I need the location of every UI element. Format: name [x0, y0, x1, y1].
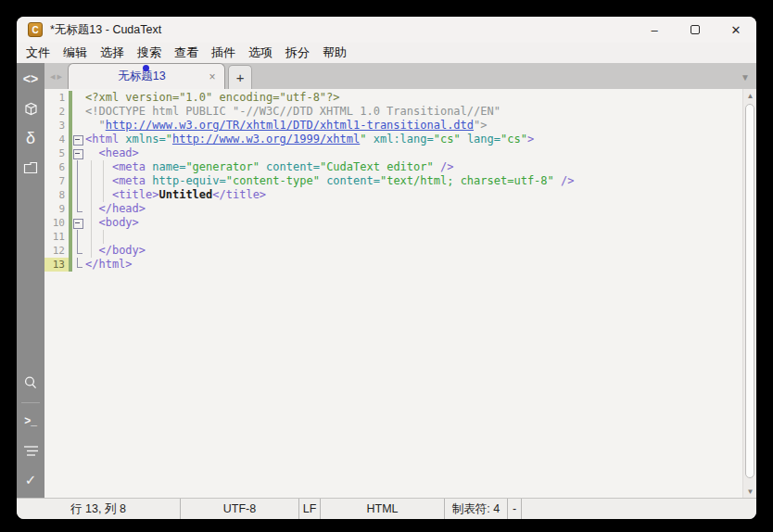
- code-text: <body>: [83, 216, 742, 230]
- minimize-button[interactable]: –: [634, 17, 675, 43]
- fold-marker: [72, 202, 83, 216]
- menu-item-7[interactable]: 拆分: [279, 43, 316, 63]
- code-text: </html>: [83, 258, 742, 272]
- scrollbar-thumb[interactable]: [745, 104, 754, 478]
- indent-guide: [103, 160, 104, 174]
- indent-guide: [91, 202, 92, 216]
- vertical-scrollbar[interactable]: ▲ ▼: [742, 89, 756, 498]
- line-number[interactable]: 12: [44, 244, 69, 258]
- folder-icon[interactable]: [17, 156, 44, 180]
- fold-toggle-icon[interactable]: [72, 216, 83, 230]
- line-number[interactable]: 4: [44, 133, 69, 146]
- menu-item-1[interactable]: 编辑: [57, 43, 94, 63]
- tab-close-icon[interactable]: ×: [206, 70, 224, 83]
- line-number[interactable]: 8: [44, 188, 69, 202]
- fold-marker: [72, 174, 83, 188]
- indent-guide: [103, 188, 104, 202]
- line-number[interactable]: 11: [44, 230, 69, 244]
- code-line[interactable]: 5 <head>: [44, 146, 742, 160]
- tab-nav-left-icon[interactable]: ◂: [50, 70, 57, 82]
- code-text: <html xmlns="http://www.w3.org/1999/xhtm…: [83, 133, 742, 146]
- code-line[interactable]: 1<?xml version="1.0" encoding="utf-8"?>: [44, 91, 742, 105]
- menu-item-3[interactable]: 搜索: [131, 43, 168, 63]
- package-icon-svg: [23, 101, 39, 117]
- line-number[interactable]: 10: [44, 216, 69, 230]
- code-text: "http://www.w3.org/TR/xhtml1/DTD/xhtml1-…: [83, 119, 742, 133]
- tab-modified-dot: [143, 65, 149, 71]
- new-tab-button[interactable]: +: [228, 65, 252, 89]
- code-line[interactable]: 2<!DOCTYPE html PUBLIC "-//W3C//DTD XHTM…: [44, 105, 742, 119]
- code-text: <!DOCTYPE html PUBLIC "-//W3C//DTD XHTML…: [83, 105, 742, 119]
- list-icon[interactable]: [17, 438, 44, 462]
- code-line[interactable]: 7 <meta http-equiv="content-type" conten…: [44, 174, 742, 188]
- code-line[interactable]: 8 <title>Untitled</title>: [44, 188, 742, 202]
- menu-bar: 文件编辑选择搜索查看插件选项拆分帮助: [17, 43, 756, 63]
- code-line[interactable]: 10 <body>: [44, 216, 742, 230]
- fold-marker: [72, 105, 83, 119]
- status-bar: 行 13, 列 8UTF-8LFHTML制表符: 4-: [17, 498, 756, 519]
- tab-bar: ◂ ▸ 无标题13 × + ▼: [44, 63, 756, 89]
- code-line[interactable]: 11: [44, 230, 742, 244]
- indent-guide: [91, 216, 92, 230]
- maximize-button[interactable]: [675, 17, 716, 43]
- status-cell-1[interactable]: UTF-8: [181, 499, 299, 519]
- line-number[interactable]: 5: [44, 146, 69, 160]
- tab-nav-arrows[interactable]: ◂ ▸: [44, 63, 68, 89]
- menu-item-0[interactable]: 文件: [19, 43, 57, 63]
- status-cell-0[interactable]: 行 13, 列 8: [17, 499, 181, 519]
- delta-icon[interactable]: δ: [17, 126, 44, 150]
- check-icon[interactable]: ✓: [17, 468, 44, 492]
- list-icon-svg: [23, 445, 39, 457]
- search-icon[interactable]: [17, 371, 44, 395]
- code-line[interactable]: 9 </head>: [44, 202, 742, 216]
- indent-guide: [103, 174, 104, 188]
- code-text: <title>Untitled</title>: [83, 188, 742, 202]
- line-number[interactable]: 7: [44, 174, 69, 188]
- tab-list-dropdown-icon[interactable]: ▼: [741, 72, 750, 82]
- status-cell-3[interactable]: HTML: [321, 499, 445, 519]
- code-line[interactable]: 13</html>: [44, 258, 742, 272]
- status-filler: [522, 499, 756, 519]
- terminal-icon[interactable]: >_: [17, 409, 44, 433]
- fold-toggle-icon[interactable]: [72, 146, 83, 160]
- code-line[interactable]: 4<html xmlns="http://www.w3.org/1999/xht…: [44, 133, 742, 146]
- scroll-up-icon[interactable]: ▲: [743, 89, 756, 102]
- title-bar[interactable]: C *无标题13 - CudaText – ✕: [17, 17, 756, 43]
- fold-marker: [72, 258, 83, 272]
- line-number[interactable]: 2: [44, 105, 69, 119]
- menu-item-2[interactable]: 选择: [94, 43, 131, 63]
- status-cell-2[interactable]: LF: [299, 499, 321, 519]
- editor-area[interactable]: 1<?xml version="1.0" encoding="utf-8"?>2…: [44, 89, 756, 498]
- menu-item-8[interactable]: 帮助: [316, 43, 353, 63]
- indent-guide: [103, 230, 104, 244]
- line-number[interactable]: 9: [44, 202, 69, 216]
- line-number[interactable]: 3: [44, 119, 69, 133]
- fold-toggle-icon[interactable]: [72, 133, 83, 146]
- line-number[interactable]: 13: [44, 258, 69, 272]
- sidebar: <> δ >_: [17, 63, 44, 498]
- scroll-down-icon[interactable]: ▼: [743, 485, 756, 498]
- code-text: </body>: [83, 244, 742, 258]
- code-icon[interactable]: <>: [17, 67, 44, 91]
- status-cell-4[interactable]: 制表符: 4: [445, 499, 508, 519]
- code-line[interactable]: 6 <meta name="generator" content="CudaTe…: [44, 160, 742, 174]
- fold-marker: [72, 230, 83, 244]
- package-icon[interactable]: [17, 96, 44, 120]
- code-text: <meta http-equiv="content-type" content=…: [83, 174, 742, 188]
- menu-item-4[interactable]: 查看: [168, 43, 205, 63]
- indent-guide: [91, 188, 92, 202]
- tab-untitled13[interactable]: 无标题13 ×: [68, 63, 225, 89]
- code-line[interactable]: 3 "http://www.w3.org/TR/xhtml1/DTD/xhtml…: [44, 119, 742, 133]
- line-number[interactable]: 1: [44, 91, 69, 105]
- maximize-icon: [691, 25, 700, 34]
- line-number[interactable]: 6: [44, 160, 69, 174]
- menu-item-5[interactable]: 插件: [205, 43, 242, 63]
- status-cell-5[interactable]: -: [508, 499, 522, 519]
- close-button[interactable]: ✕: [716, 17, 756, 43]
- code-text: </head>: [83, 202, 742, 216]
- code-line[interactable]: 12 </body>: [44, 244, 742, 258]
- menu-item-6[interactable]: 选项: [242, 43, 279, 63]
- fold-marker: [72, 160, 83, 174]
- code-text: <head>: [83, 146, 742, 160]
- tab-nav-right-icon[interactable]: ▸: [57, 70, 65, 82]
